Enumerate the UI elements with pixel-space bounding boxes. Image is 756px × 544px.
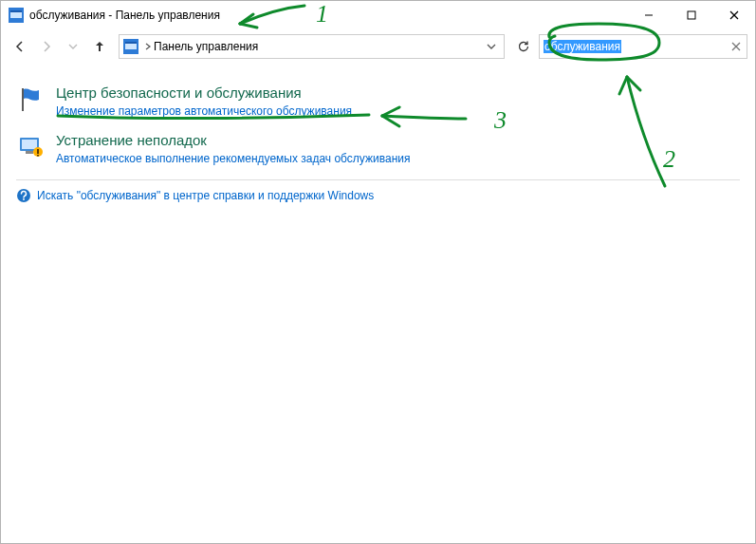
clear-search-button[interactable]: [729, 42, 743, 51]
result-sub-link[interactable]: Автоматическое выполнение рекомендуемых …: [56, 151, 410, 166]
svg-rect-15: [26, 151, 33, 154]
search-input[interactable]: обслуживания: [539, 34, 747, 59]
chevron-right-icon[interactable]: [142, 43, 154, 50]
troubleshoot-icon: [16, 132, 46, 162]
control-panel-icon: [123, 39, 138, 54]
result-title-link[interactable]: Устранение неполадок: [56, 132, 410, 149]
search-results: Центр безопасности и обслуживания Измене…: [1, 64, 755, 211]
titlebar: обслуживания - Панель управления: [1, 1, 755, 29]
control-panel-window: обслуживания - Панель управления: [0, 0, 756, 544]
divider: [16, 179, 740, 180]
svg-rect-4: [688, 11, 695, 19]
recent-locations-button[interactable]: [62, 35, 84, 58]
result-sub-link[interactable]: Изменение параметров автоматического обс…: [56, 103, 352, 119]
search-value: обслуживания: [544, 40, 729, 53]
close-button[interactable]: [712, 1, 755, 29]
svg-point-20: [23, 198, 25, 200]
result-item: Центр безопасности и обслуживания Измене…: [16, 84, 740, 119]
help-search-row: Искать "обслуживания" в центре справки и…: [16, 188, 740, 203]
svg-rect-12: [22, 88, 24, 111]
app-icon: [9, 8, 24, 23]
window-controls: [627, 1, 755, 29]
breadcrumb[interactable]: Панель управления: [154, 40, 483, 53]
breadcrumb-item[interactable]: Панель управления: [154, 40, 258, 53]
window-title: обслуживания - Панель управления: [29, 9, 627, 22]
navigation-bar: Панель управления обслуживания: [1, 29, 755, 64]
help-icon: [16, 188, 31, 203]
flag-icon: [16, 84, 46, 115]
refresh-button[interactable]: [512, 35, 535, 58]
address-bar[interactable]: Панель управления: [119, 34, 505, 59]
svg-rect-9: [125, 42, 137, 44]
maximize-button[interactable]: [670, 1, 712, 29]
result-title-link[interactable]: Центр безопасности и обслуживания: [56, 84, 352, 102]
address-dropdown-button[interactable]: [483, 42, 500, 51]
help-search-link[interactable]: Искать "обслуживания" в центре справки и…: [37, 189, 374, 202]
result-item: Устранение неполадок Автоматическое выпо…: [16, 132, 740, 166]
svg-rect-18: [37, 155, 39, 157]
forward-button[interactable]: [35, 35, 58, 58]
svg-rect-17: [37, 149, 39, 154]
up-button[interactable]: [88, 35, 111, 58]
minimize-button[interactable]: [627, 1, 670, 29]
svg-rect-2: [10, 10, 22, 12]
svg-rect-14: [22, 140, 37, 149]
back-button[interactable]: [9, 35, 31, 58]
